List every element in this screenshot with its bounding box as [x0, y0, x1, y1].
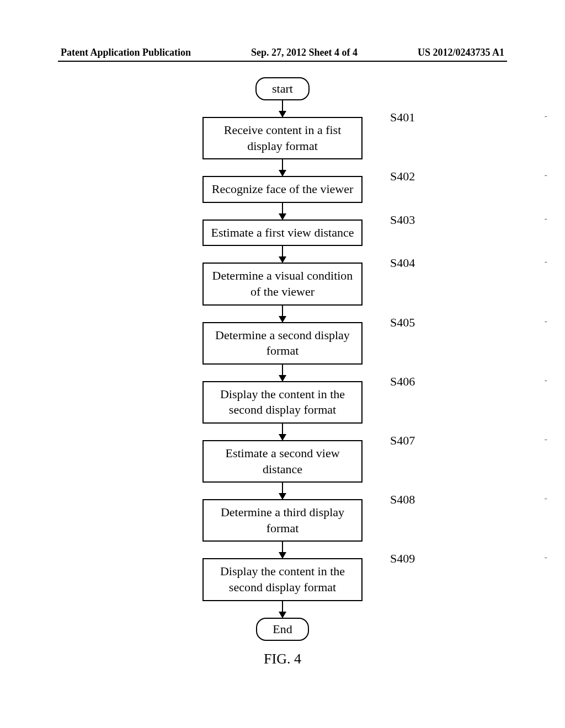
flowchart-end: End	[256, 618, 308, 641]
step-label-s409: S409	[368, 554, 415, 566]
flowchart-arrow	[271, 542, 294, 558]
step-label-s405: S405	[368, 318, 415, 330]
step-label-s401: S401	[368, 113, 415, 125]
flowchart-arrow	[271, 483, 294, 499]
flowchart-step-s402: Recognize face of the viewer	[202, 176, 363, 203]
flowchart-arrow	[271, 203, 294, 220]
flowchart-step-s407: Estimate a second view distance	[202, 440, 363, 483]
flowchart-step-s409: Display the content in the second displa…	[202, 558, 363, 601]
header-divider	[58, 61, 507, 62]
flowchart-arrow	[271, 100, 294, 117]
step-label-s402: S402	[368, 172, 415, 184]
flowchart-step-s401: Receive content in a fist display format	[202, 117, 363, 159]
flowchart-arrow	[271, 306, 294, 322]
step-label-s403: S403	[368, 215, 415, 227]
flowchart-step-s404: Determine a visual condition of the view…	[202, 263, 363, 305]
step-label-s406: S406	[368, 377, 415, 389]
flowchart-arrow	[271, 159, 294, 176]
flowchart-arrow	[271, 424, 294, 440]
flowchart: start Receive content in a fist display …	[0, 77, 565, 641]
flowchart-step-s405: Determine a second display format	[202, 322, 363, 365]
flowchart-arrow	[271, 365, 294, 381]
flowchart-start: start	[255, 77, 310, 100]
header-patent-number: US 2012/0243735 A1	[418, 47, 504, 58]
flowchart-step-s406: Display the content in the second displa…	[202, 381, 363, 424]
flowchart-arrow	[271, 601, 294, 618]
header-date-sheet: Sep. 27, 2012 Sheet 4 of 4	[251, 47, 358, 58]
flowchart-step-s403: Estimate a first view distance	[202, 220, 363, 247]
figure-caption: FIG. 4	[0, 651, 565, 667]
step-label-s407: S407	[368, 436, 415, 448]
flowchart-step-s408: Determine a third display format	[202, 499, 363, 542]
flowchart-arrow	[271, 246, 294, 263]
step-label-s404: S404	[368, 258, 415, 270]
step-label-s408: S408	[368, 495, 415, 507]
header-publication: Patent Application Publication	[61, 47, 191, 58]
